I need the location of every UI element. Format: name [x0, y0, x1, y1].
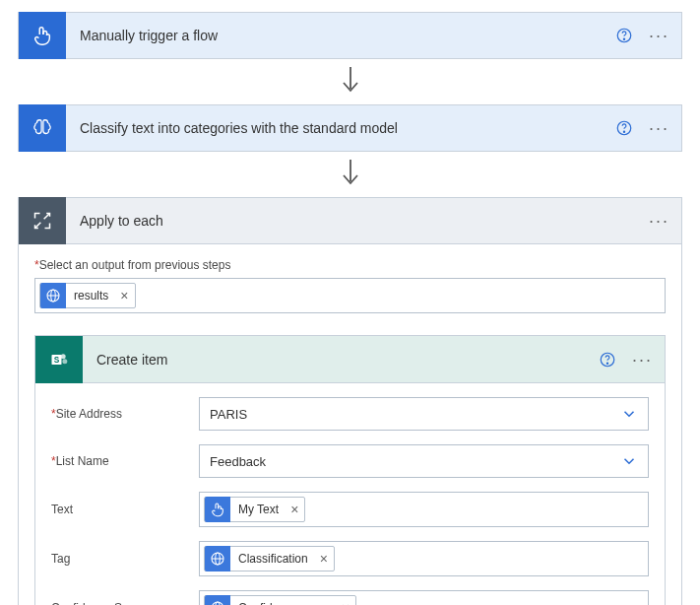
arrow-connector	[18, 59, 682, 104]
trigger-step-title: Manually trigger a flow	[66, 28, 615, 43]
confidence-input[interactable]: Confidence sco... ×	[199, 590, 649, 605]
help-icon[interactable]	[615, 27, 633, 44]
remove-token-icon[interactable]: ×	[286, 502, 298, 517]
token-label: My Text	[238, 503, 279, 516]
touch-icon	[19, 12, 66, 59]
touch-icon	[205, 497, 230, 522]
svg-point-12	[62, 359, 67, 364]
list-name-value: Feedback	[210, 454, 266, 469]
arrow-connector	[18, 152, 682, 197]
create-item-header[interactable]: S Create item ···	[35, 336, 665, 383]
list-name-select[interactable]: Feedback	[199, 444, 649, 478]
token-label: Confidence sco...	[238, 601, 330, 605]
apply-to-each-panel: *Select an output from previous steps re…	[18, 244, 682, 605]
output-label: *Select an output from previous steps	[34, 258, 666, 272]
confidence-token[interactable]: Confidence sco... ×	[204, 595, 356, 605]
classify-step-header[interactable]: Classify text into categories with the s…	[18, 104, 682, 152]
loop-icon	[19, 197, 66, 244]
globe-icon	[40, 283, 66, 308]
more-icon[interactable]: ···	[649, 27, 669, 44]
brain-icon	[19, 104, 66, 152]
site-address-label: *Site Address	[51, 407, 199, 421]
create-item-panel: *Site Address PARIS *List Name Feedback …	[35, 383, 665, 605]
site-address-value: PARIS	[210, 407, 247, 422]
trigger-step-header[interactable]: Manually trigger a flow ···	[18, 12, 682, 59]
confidence-label: Confidence Score	[51, 601, 199, 605]
apply-to-each-title: Apply to each	[66, 213, 649, 229]
remove-token-icon[interactable]: ×	[116, 288, 128, 303]
chevron-down-icon	[620, 405, 638, 423]
classify-step-title: Classify text into categories with the s…	[66, 120, 615, 136]
chevron-down-icon	[620, 452, 638, 470]
sharepoint-icon: S	[35, 336, 83, 383]
apply-to-each-header[interactable]: Apply to each ···	[18, 197, 682, 244]
tag-label: Tag	[51, 552, 199, 566]
results-token[interactable]: results ×	[39, 283, 136, 308]
svg-point-4	[623, 131, 624, 132]
svg-point-11	[61, 354, 66, 359]
token-label: Classification	[238, 552, 308, 566]
globe-icon	[205, 595, 230, 605]
classification-token[interactable]: Classification ×	[204, 546, 335, 571]
list-name-label: *List Name	[51, 454, 199, 468]
more-icon[interactable]: ···	[632, 351, 653, 369]
text-input[interactable]: My Text ×	[199, 492, 649, 527]
help-icon[interactable]	[615, 119, 633, 137]
more-icon[interactable]: ···	[649, 119, 669, 137]
output-input[interactable]: results ×	[34, 278, 666, 313]
tag-input[interactable]: Classification ×	[199, 541, 649, 576]
svg-point-1	[623, 38, 624, 39]
remove-token-icon[interactable]: ×	[316, 551, 328, 567]
svg-point-14	[606, 363, 607, 364]
svg-text:S: S	[54, 355, 60, 365]
token-label: results	[74, 289, 108, 302]
globe-icon	[205, 546, 230, 571]
mytext-token[interactable]: My Text ×	[204, 497, 305, 522]
help-icon[interactable]	[599, 351, 616, 369]
remove-token-icon[interactable]: ×	[338, 600, 350, 605]
more-icon[interactable]: ···	[649, 212, 669, 230]
create-item-title: Create item	[83, 352, 599, 368]
text-label: Text	[51, 503, 199, 516]
site-address-select[interactable]: PARIS	[199, 397, 649, 431]
